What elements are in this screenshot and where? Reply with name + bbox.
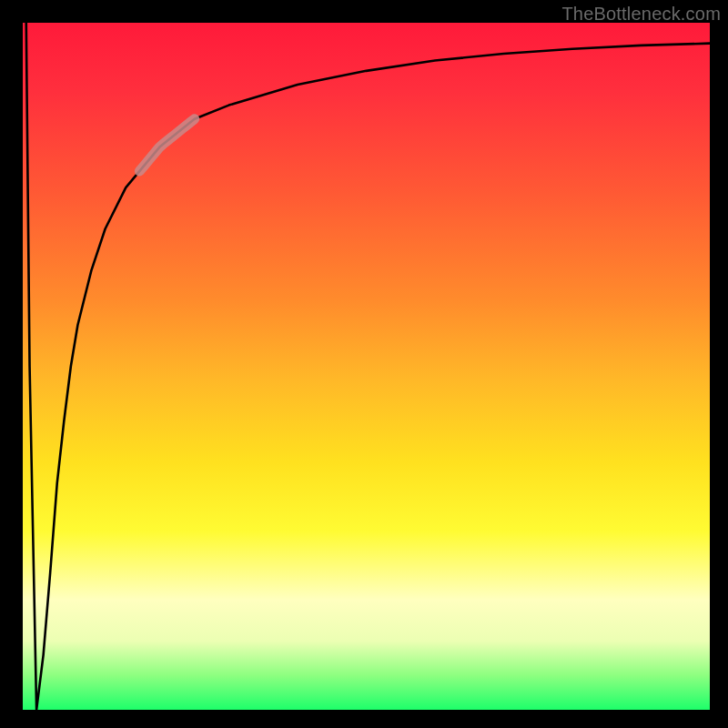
chart-frame: TheBottleneck.com — [0, 0, 728, 728]
watermark-text: TheBottleneck.com — [561, 4, 721, 25]
plot-gradient-background — [23, 23, 710, 710]
